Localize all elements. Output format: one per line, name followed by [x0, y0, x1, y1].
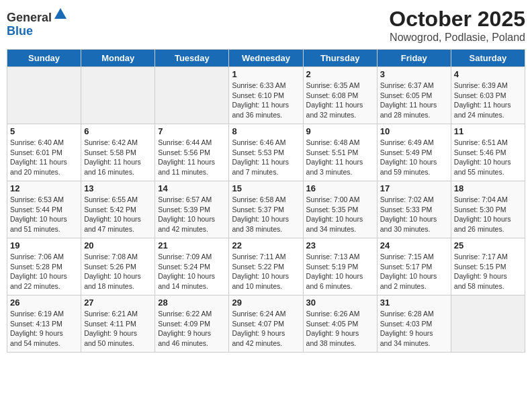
day-info: Sunrise: 6:35 AM Sunset: 6:08 PM Dayligh… [306, 81, 374, 120]
calendar-header-friday: Friday [377, 50, 451, 67]
day-info: Sunrise: 6:37 AM Sunset: 6:05 PM Dayligh… [380, 81, 448, 120]
day-info: Sunrise: 6:51 AM Sunset: 5:46 PM Dayligh… [454, 138, 522, 177]
calendar-cell: 23Sunrise: 7:13 AM Sunset: 5:19 PM Dayli… [303, 238, 377, 295]
day-number: 14 [158, 183, 226, 193]
calendar-cell: 8Sunrise: 6:46 AM Sunset: 5:53 PM Daylig… [229, 124, 303, 181]
calendar-cell: 31Sunrise: 6:28 AM Sunset: 4:03 PM Dayli… [377, 295, 451, 353]
day-info: Sunrise: 6:57 AM Sunset: 5:39 PM Dayligh… [158, 195, 226, 234]
day-info: Sunrise: 7:13 AM Sunset: 5:19 PM Dayligh… [306, 252, 374, 291]
day-number: 2 [306, 69, 374, 79]
calendar-week-1: 1Sunrise: 6:33 AM Sunset: 6:10 PM Daylig… [7, 67, 525, 124]
day-info: Sunrise: 6:42 AM Sunset: 5:58 PM Dayligh… [84, 138, 152, 177]
day-number: 13 [84, 183, 152, 193]
calendar-cell [7, 67, 81, 124]
day-number: 18 [454, 183, 522, 193]
day-number: 28 [158, 298, 226, 308]
logo-general-text: General [7, 11, 52, 24]
day-number: 1 [232, 69, 300, 79]
day-info: Sunrise: 6:21 AM Sunset: 4:11 PM Dayligh… [84, 309, 152, 349]
calendar-cell: 9Sunrise: 6:48 AM Sunset: 5:51 PM Daylig… [303, 124, 377, 181]
day-info: Sunrise: 6:46 AM Sunset: 5:53 PM Dayligh… [232, 138, 300, 177]
day-number: 6 [84, 126, 152, 136]
calendar-week-4: 19Sunrise: 7:06 AM Sunset: 5:28 PM Dayli… [7, 238, 525, 295]
page-header: General Blue October 2025 Nowogrod, Podl… [7, 7, 525, 44]
day-number: 10 [380, 126, 448, 136]
calendar-cell: 18Sunrise: 7:04 AM Sunset: 5:30 PM Dayli… [451, 181, 525, 238]
day-info: Sunrise: 7:09 AM Sunset: 5:24 PM Dayligh… [158, 252, 226, 291]
day-info: Sunrise: 6:53 AM Sunset: 5:44 PM Dayligh… [10, 195, 78, 234]
day-info: Sunrise: 6:49 AM Sunset: 5:49 PM Dayligh… [380, 138, 448, 177]
calendar-cell: 1Sunrise: 6:33 AM Sunset: 6:10 PM Daylig… [229, 67, 303, 124]
calendar-cell: 7Sunrise: 6:44 AM Sunset: 5:56 PM Daylig… [155, 124, 229, 181]
logo: General Blue [7, 7, 68, 38]
svg-rect-1 [58, 13, 62, 19]
calendar-cell: 29Sunrise: 6:24 AM Sunset: 4:07 PM Dayli… [229, 295, 303, 353]
logo-icon [53, 7, 68, 21]
calendar-cell: 30Sunrise: 6:26 AM Sunset: 4:05 PM Dayli… [303, 295, 377, 353]
day-number: 22 [232, 240, 300, 250]
day-number: 4 [454, 69, 522, 79]
day-number: 31 [380, 298, 448, 308]
day-number: 24 [380, 240, 448, 250]
calendar-header-sunday: Sunday [7, 50, 81, 67]
day-number: 11 [454, 126, 522, 136]
day-number: 25 [454, 240, 522, 250]
calendar-header-saturday: Saturday [451, 50, 525, 67]
day-number: 9 [306, 126, 374, 136]
calendar-cell: 27Sunrise: 6:21 AM Sunset: 4:11 PM Dayli… [81, 295, 155, 353]
day-info: Sunrise: 6:39 AM Sunset: 6:03 PM Dayligh… [454, 81, 522, 120]
calendar-week-2: 5Sunrise: 6:40 AM Sunset: 6:01 PM Daylig… [7, 124, 525, 181]
calendar-header-wednesday: Wednesday [229, 50, 303, 67]
calendar-cell: 26Sunrise: 6:19 AM Sunset: 4:13 PM Dayli… [7, 295, 81, 353]
calendar-header-monday: Monday [81, 50, 155, 67]
title-area: October 2025 Nowogrod, Podlasie, Poland [389, 7, 525, 44]
day-number: 7 [158, 126, 226, 136]
day-info: Sunrise: 6:55 AM Sunset: 5:42 PM Dayligh… [84, 195, 152, 234]
calendar-cell: 6Sunrise: 6:42 AM Sunset: 5:58 PM Daylig… [81, 124, 155, 181]
day-info: Sunrise: 6:44 AM Sunset: 5:56 PM Dayligh… [158, 138, 226, 177]
day-number: 19 [10, 240, 78, 250]
calendar-cell: 5Sunrise: 6:40 AM Sunset: 6:01 PM Daylig… [7, 124, 81, 181]
calendar-cell: 28Sunrise: 6:22 AM Sunset: 4:09 PM Dayli… [155, 295, 229, 353]
calendar-cell [81, 67, 155, 124]
calendar-cell: 19Sunrise: 7:06 AM Sunset: 5:28 PM Dayli… [7, 238, 81, 295]
day-info: Sunrise: 6:33 AM Sunset: 6:10 PM Dayligh… [232, 81, 300, 120]
day-number: 23 [306, 240, 374, 250]
day-number: 15 [232, 183, 300, 193]
day-info: Sunrise: 7:08 AM Sunset: 5:26 PM Dayligh… [84, 252, 152, 291]
calendar-cell: 25Sunrise: 7:17 AM Sunset: 5:15 PM Dayli… [451, 238, 525, 295]
day-number: 12 [10, 183, 78, 193]
day-info: Sunrise: 7:00 AM Sunset: 5:35 PM Dayligh… [306, 195, 374, 234]
location-title: Nowogrod, Podlasie, Poland [389, 32, 525, 44]
calendar-cell: 13Sunrise: 6:55 AM Sunset: 5:42 PM Dayli… [81, 181, 155, 238]
calendar-cell: 17Sunrise: 7:02 AM Sunset: 5:33 PM Dayli… [377, 181, 451, 238]
calendar-week-5: 26Sunrise: 6:19 AM Sunset: 4:13 PM Dayli… [7, 295, 525, 353]
day-info: Sunrise: 7:04 AM Sunset: 5:30 PM Dayligh… [454, 195, 522, 234]
calendar-cell: 12Sunrise: 6:53 AM Sunset: 5:44 PM Dayli… [7, 181, 81, 238]
calendar-header-tuesday: Tuesday [155, 50, 229, 67]
calendar-cell: 21Sunrise: 7:09 AM Sunset: 5:24 PM Dayli… [155, 238, 229, 295]
day-info: Sunrise: 6:58 AM Sunset: 5:37 PM Dayligh… [232, 195, 300, 234]
calendar-cell: 11Sunrise: 6:51 AM Sunset: 5:46 PM Dayli… [451, 124, 525, 181]
day-info: Sunrise: 7:11 AM Sunset: 5:22 PM Dayligh… [232, 252, 300, 291]
day-info: Sunrise: 6:19 AM Sunset: 4:13 PM Dayligh… [10, 309, 78, 349]
day-number: 17 [380, 183, 448, 193]
day-info: Sunrise: 6:28 AM Sunset: 4:03 PM Dayligh… [380, 309, 448, 349]
day-info: Sunrise: 7:15 AM Sunset: 5:17 PM Dayligh… [380, 252, 448, 291]
calendar-cell: 10Sunrise: 6:49 AM Sunset: 5:49 PM Dayli… [377, 124, 451, 181]
day-info: Sunrise: 7:02 AM Sunset: 5:33 PM Dayligh… [380, 195, 448, 234]
day-number: 3 [380, 69, 448, 79]
calendar-week-3: 12Sunrise: 6:53 AM Sunset: 5:44 PM Dayli… [7, 181, 525, 238]
day-info: Sunrise: 6:24 AM Sunset: 4:07 PM Dayligh… [232, 309, 300, 349]
calendar-cell: 20Sunrise: 7:08 AM Sunset: 5:26 PM Dayli… [81, 238, 155, 295]
day-info: Sunrise: 6:22 AM Sunset: 4:09 PM Dayligh… [158, 309, 226, 349]
day-number: 16 [306, 183, 374, 193]
calendar-cell: 24Sunrise: 7:15 AM Sunset: 5:17 PM Dayli… [377, 238, 451, 295]
calendar-header-row: SundayMondayTuesdayWednesdayThursdayFrid… [7, 50, 525, 67]
day-number: 29 [232, 298, 300, 308]
day-info: Sunrise: 6:40 AM Sunset: 6:01 PM Dayligh… [10, 138, 78, 177]
day-number: 5 [10, 126, 78, 136]
calendar-cell: 3Sunrise: 6:37 AM Sunset: 6:05 PM Daylig… [377, 67, 451, 124]
calendar-cell: 16Sunrise: 7:00 AM Sunset: 5:35 PM Dayli… [303, 181, 377, 238]
day-number: 8 [232, 126, 300, 136]
